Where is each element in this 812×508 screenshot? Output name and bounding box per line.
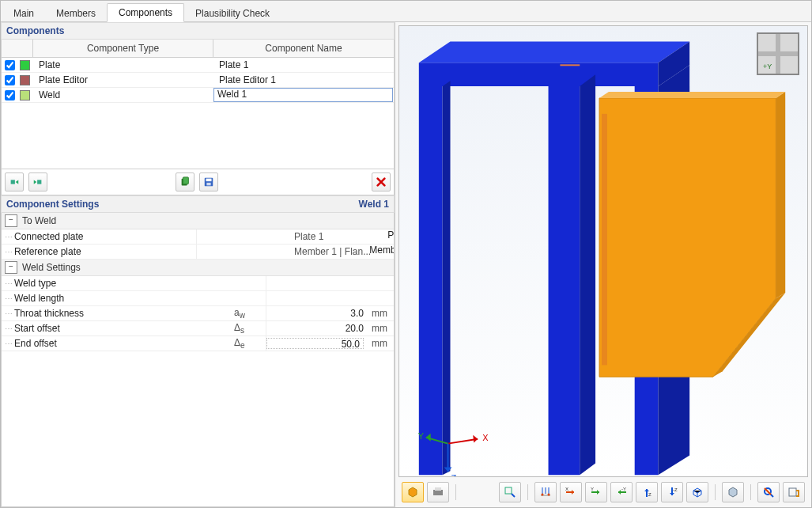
- zoom-extents-button[interactable]: [499, 482, 521, 502]
- property-grid: −To Weld⋯Connected platePlatePlate 1⋯Ref…: [1, 213, 395, 507]
- property-row[interactable]: ⋯Weld lengthPartial: [2, 291, 394, 306]
- view-mode-shaded-button[interactable]: [402, 482, 424, 502]
- svg-marker-13: [443, 81, 451, 475]
- row-visibility-checkbox[interactable]: [2, 75, 17, 85]
- svg-marker-17: [776, 92, 785, 298]
- property-value[interactable]: [266, 276, 395, 290]
- svg-rect-48: [789, 488, 796, 496]
- component-type-cell: Plate Editor: [33, 74, 213, 85]
- component-type-cell: Plate: [33, 59, 213, 70]
- svg-rect-3: [206, 179, 212, 182]
- plate-geometry: [599, 92, 785, 377]
- component-name-cell[interactable]: Weld 1: [213, 88, 393, 102]
- collapse-toggle-icon[interactable]: −: [5, 214, 17, 227]
- svg-rect-4: [206, 183, 210, 186]
- property-row[interactable]: ⋯Reference plateMember plateMember 1 | F…: [2, 245, 394, 260]
- svg-text:X: X: [565, 487, 568, 491]
- tab-components[interactable]: Components: [107, 3, 184, 22]
- model-scene: X Y Z: [399, 26, 807, 476]
- property-category[interactable]: −To Weld: [2, 213, 394, 229]
- move-down-button[interactable]: [28, 172, 47, 191]
- components-table: Component Type Component Name PlatePlate…: [1, 40, 395, 169]
- svg-point-34: [548, 494, 550, 496]
- component-settings-panel: Component Settings Weld 1 −To Weld⋯Conne…: [1, 195, 395, 507]
- property-name: Weld length: [14, 293, 234, 304]
- property-value[interactable]: 50.0: [266, 336, 368, 351]
- tab-members[interactable]: Members: [45, 5, 107, 22]
- view-iso-button[interactable]: [686, 482, 708, 502]
- category-label: To Weld: [21, 214, 58, 228]
- components-title-label: Components: [6, 25, 64, 36]
- view-neg-y-button[interactable]: -Y: [610, 482, 633, 502]
- svg-marker-11: [580, 74, 595, 475]
- svg-marker-21: [473, 435, 478, 443]
- view-z-button[interactable]: Z: [636, 482, 658, 502]
- svg-text:-Y: -Y: [621, 487, 626, 491]
- copy-component-button[interactable]: [176, 172, 195, 191]
- table-row[interactable]: WeldWeld 1: [2, 88, 394, 103]
- property-unit: mm: [368, 308, 394, 319]
- component-settings-header: Component Settings Weld 1: [1, 195, 395, 213]
- left-pane: Components Component Type Component Name…: [1, 22, 395, 507]
- svg-line-20: [448, 439, 478, 444]
- property-row[interactable]: ⋯End offsetΔe50.0mm: [2, 336, 394, 351]
- svg-marker-41: [644, 489, 649, 491]
- property-row[interactable]: ⋯Throat thicknessaw3.0mm: [2, 306, 394, 321]
- svg-marker-43: [670, 493, 674, 495]
- property-unit: mm: [368, 323, 394, 334]
- property-value[interactable]: 20.0: [266, 321, 368, 336]
- tab-main[interactable]: Main: [2, 5, 45, 22]
- color-swatch: [20, 90, 30, 100]
- property-row[interactable]: ⋯Connected platePlatePlate 1: [2, 229, 394, 245]
- component-name-cell[interactable]: Plate 1: [213, 59, 394, 70]
- property-unit: Plate 1: [291, 231, 394, 242]
- table-row[interactable]: PlatePlate 1: [2, 58, 394, 73]
- col-checkbox-header: [2, 40, 33, 57]
- view-neg-z-button[interactable]: -Z: [661, 482, 683, 502]
- row-visibility-checkbox[interactable]: [2, 90, 17, 100]
- print-view-button[interactable]: [427, 482, 449, 502]
- viewport-toolbar: X Y -Y Z -Z: [398, 480, 808, 504]
- property-value[interactable]: 3.0: [266, 306, 368, 320]
- color-swatch: [20, 60, 30, 70]
- property-name: Connected plate: [14, 231, 196, 242]
- view-cube[interactable]: +Y: [757, 32, 799, 75]
- property-row[interactable]: ⋯Start offsetΔs20.0mm: [2, 321, 394, 336]
- svg-marker-35: [572, 490, 574, 495]
- display-options-button[interactable]: [722, 482, 744, 502]
- svg-rect-31: [435, 487, 441, 491]
- top-tabbar: MainMembersComponentsPlausibility Check: [1, 1, 811, 22]
- svg-marker-19: [599, 92, 785, 98]
- reset-view-button[interactable]: [757, 482, 780, 502]
- col-name-header: Component Name: [213, 40, 394, 57]
- row-visibility-checkbox[interactable]: [2, 60, 17, 70]
- move-up-button[interactable]: [5, 172, 24, 191]
- svg-point-33: [542, 494, 544, 496]
- property-row[interactable]: ⋯Weld type: [2, 276, 394, 291]
- collapse-toggle-icon[interactable]: −: [5, 261, 17, 274]
- svg-text:-Z: -Z: [673, 487, 678, 492]
- save-component-button[interactable]: [199, 172, 218, 191]
- property-value[interactable]: Partial: [266, 291, 395, 305]
- property-symbol: aw: [234, 307, 266, 320]
- svg-marker-46: [729, 487, 737, 497]
- property-name: Start offset: [14, 323, 234, 334]
- viewcube-y-label: +Y: [763, 63, 772, 70]
- show-loads-button[interactable]: [534, 482, 557, 502]
- table-row[interactable]: Plate EditorPlate Editor 1: [2, 73, 394, 88]
- svg-rect-32: [505, 487, 512, 494]
- property-unit: Member 1 | Flan...: [291, 246, 394, 257]
- view-y-button[interactable]: Y: [585, 482, 607, 502]
- component-name-cell[interactable]: Plate Editor 1: [213, 74, 394, 85]
- detach-window-button[interactable]: [783, 482, 805, 502]
- view-x-button[interactable]: X: [560, 482, 582, 502]
- svg-text:Z: Z: [648, 492, 651, 497]
- delete-component-button[interactable]: [372, 172, 391, 191]
- svg-marker-10: [549, 86, 580, 475]
- property-name: Reference plate: [14, 246, 196, 257]
- app-window: MainMembersComponentsPlausibility Check …: [0, 0, 812, 508]
- tab-plausibility-check[interactable]: Plausibility Check: [184, 5, 281, 22]
- svg-marker-37: [597, 490, 599, 495]
- viewport-3d[interactable]: X Y Z +Y: [398, 25, 808, 477]
- property-category[interactable]: −Weld Settings: [2, 260, 394, 276]
